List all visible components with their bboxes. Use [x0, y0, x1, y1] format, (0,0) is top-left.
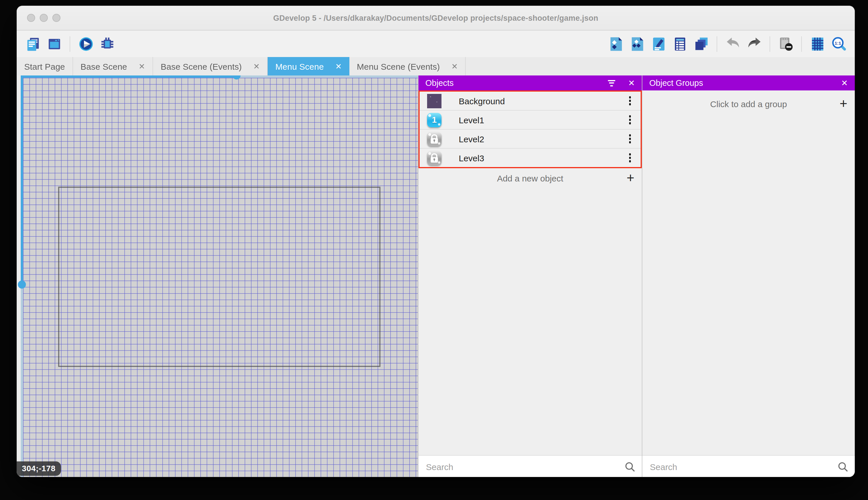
objects-panel-header: Objects ✕ — [419, 76, 642, 90]
search-icon — [624, 461, 635, 472]
plus-icon[interactable]: + — [840, 97, 847, 110]
objects-search-input[interactable] — [425, 461, 624, 472]
open-object-groups-button[interactable] — [629, 36, 645, 52]
gdevelop-window: GDevelop 5 - /Users/dkarakay/Documents/G… — [17, 6, 855, 477]
project-manager-button[interactable] — [25, 36, 41, 52]
scene-canvas[interactable]: 304;-178 — [17, 76, 418, 477]
objects-panel-empty-area — [419, 188, 642, 455]
add-object-label: Add a new object — [419, 173, 642, 183]
kebab-menu-icon[interactable] — [628, 133, 632, 145]
vertical-scrollbar-thumb[interactable] — [18, 281, 26, 288]
zoom-window-button[interactable] — [52, 14, 60, 22]
editor-content: 304;-178 Objects ✕ Background — [17, 76, 855, 477]
undo-icon — [725, 36, 740, 52]
tab-label: Menu Scene (Events) — [357, 61, 440, 71]
object-groups-empty-area — [642, 113, 855, 455]
horizontal-scrollbar-fill — [21, 76, 237, 78]
plus-icon[interactable]: + — [626, 171, 634, 185]
tab-close-icon[interactable]: ✕ — [451, 61, 458, 71]
tab-close-icon[interactable]: ✕ — [139, 61, 145, 71]
toolbar-separator — [70, 36, 70, 52]
open-instances-list-button[interactable] — [672, 36, 688, 52]
toolbar-separator — [801, 36, 802, 52]
kebab-menu-icon[interactable] — [628, 95, 632, 106]
vertical-scrollbar-fill — [21, 76, 23, 285]
grid-icon — [810, 36, 825, 52]
open-layers-button[interactable] — [693, 36, 709, 52]
lock-button-icon — [427, 132, 442, 146]
add-object-row[interactable]: Add a new object + — [419, 168, 642, 188]
minimize-window-button[interactable] — [40, 14, 48, 22]
play-preview-button[interactable] — [78, 36, 94, 52]
tab-close-icon[interactable]: ✕ — [335, 61, 342, 71]
close-icon[interactable]: ✕ — [841, 79, 848, 87]
kebab-menu-icon[interactable] — [628, 152, 632, 163]
open-properties-button[interactable] — [650, 36, 667, 52]
titlebar: GDevelop 5 - /Users/dkarakay/Documents/G… — [17, 6, 855, 31]
traffic-lights — [27, 14, 60, 22]
vertical-scrollbar[interactable] — [21, 76, 23, 477]
preview-window-button[interactable] — [46, 36, 62, 52]
redo-icon — [746, 36, 762, 52]
debug-bug-icon — [99, 36, 115, 52]
tab-base-scene-events[interactable]: Base Scene (Events) ✕ — [153, 57, 268, 76]
undo-button[interactable] — [725, 36, 741, 52]
open-objects-panel-button[interactable] — [608, 36, 624, 52]
close-window-button[interactable] — [27, 14, 35, 22]
debug-button[interactable] — [99, 36, 115, 52]
object-groups-panel: Object Groups ✕ Click to add a group + — [642, 76, 855, 477]
preview-window-icon — [46, 36, 62, 52]
tab-menu-scene[interactable]: Menu Scene ✕ — [268, 57, 349, 76]
properties-icon — [651, 36, 666, 52]
tab-bar: Start Page Base Scene ✕ Base Scene (Even… — [17, 57, 855, 76]
object-name: Level2 — [459, 134, 628, 144]
objects-search-bar — [419, 455, 642, 477]
tab-label: Base Scene (Events) — [161, 61, 242, 71]
object-groups-search-bar — [642, 455, 855, 477]
add-group-row[interactable]: Click to add a group + — [642, 94, 855, 113]
object-groups-search-input[interactable] — [649, 461, 837, 472]
filter-icon[interactable] — [608, 80, 615, 86]
tab-menu-scene-events[interactable]: Menu Scene (Events) ✕ — [349, 57, 466, 76]
svg-text:1:1: 1:1 — [834, 40, 841, 45]
object-row-level3[interactable]: Level3 — [420, 149, 641, 167]
object-row-level1[interactable]: 1 Level1 — [420, 111, 641, 129]
object-name: Level3 — [459, 153, 628, 163]
add-group-label: Click to add a group — [642, 99, 855, 109]
tab-close-icon[interactable]: ✕ — [253, 61, 260, 71]
project-manager-icon — [25, 36, 40, 52]
zoom-original-button[interactable]: 1:1 — [831, 36, 847, 52]
object-name: Background — [459, 96, 628, 106]
layers-icon — [693, 36, 709, 52]
toolbar: 1:1 — [17, 31, 855, 57]
cursor-coordinates-badge: 304;-178 — [17, 462, 61, 476]
horizontal-scrollbar[interactable] — [21, 76, 418, 78]
tab-start-page[interactable]: Start Page — [17, 57, 73, 76]
object-row-background[interactable]: Background — [420, 92, 641, 111]
zoom-1-1-icon: 1:1 — [831, 36, 846, 52]
search-icon — [837, 461, 848, 472]
toggle-grid-button[interactable] — [809, 36, 825, 52]
objects-panel-title: Objects — [425, 78, 608, 88]
tab-base-scene[interactable]: Base Scene ✕ — [73, 57, 153, 76]
window-title: GDevelop 5 - /Users/dkarakay/Documents/G… — [17, 13, 855, 22]
objects-list-highlighted: Background 1 Level1 — [419, 90, 642, 168]
tab-label: Base Scene — [81, 61, 127, 71]
lock-button-icon — [427, 151, 442, 165]
toolbar-separator — [717, 36, 717, 52]
screen: GDevelop 5 - /Users/dkarakay/Documents/G… — [0, 0, 868, 500]
object-name: Level1 — [459, 115, 628, 125]
object-groups-panel-header: Object Groups ✕ — [642, 76, 855, 90]
object-row-level2[interactable]: Level2 — [420, 129, 641, 149]
close-icon[interactable]: ✕ — [628, 79, 635, 87]
object-groups-icon — [630, 36, 645, 52]
scene-window-frame — [58, 186, 380, 367]
toolbar-separator — [770, 36, 770, 52]
tab-label: Menu Scene — [275, 61, 324, 71]
tab-label: Start Page — [24, 61, 65, 71]
redo-button[interactable] — [746, 36, 762, 52]
toggle-window-mask-button[interactable] — [778, 36, 794, 52]
background-thumbnail-icon — [427, 94, 442, 108]
kebab-menu-icon[interactable] — [628, 114, 632, 126]
objects-panel-icon — [608, 36, 624, 52]
